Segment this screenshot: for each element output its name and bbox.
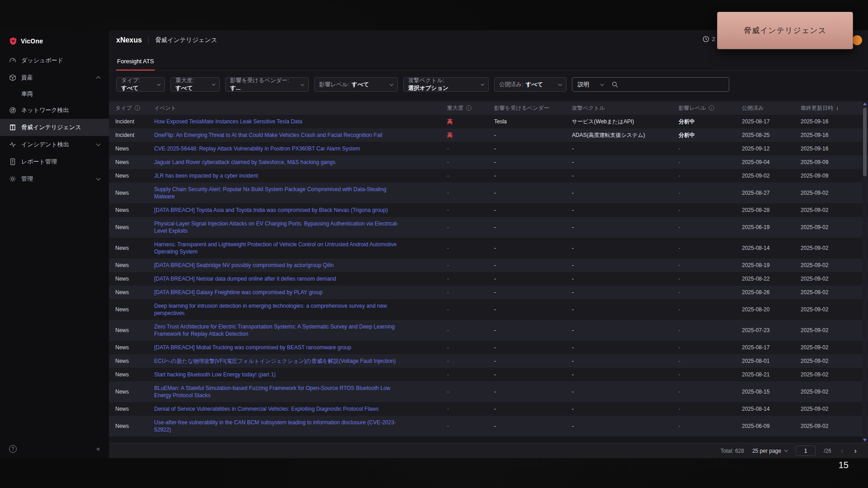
- table-header: タイプi イベント 重大度i 影響を受けるベンダー 攻撃ベクトル 影響レベルi …: [109, 101, 868, 115]
- row-type: News: [115, 327, 154, 333]
- row-severity: -: [447, 190, 494, 196]
- row-type: News: [115, 389, 154, 395]
- sidebar-item-assets[interactable]: 資産: [0, 69, 109, 86]
- sidebar-footer: ? «: [0, 439, 109, 458]
- row-event: ECUへの新たな物理攻撃|VFI(電圧フォルトインジェクション)の脅威を解説(V…: [154, 354, 447, 368]
- event-link[interactable]: [DATA BREACH] Galaxy Freightline was com…: [154, 289, 323, 296]
- info-icon[interactable]: i: [709, 105, 714, 111]
- row-type: News: [115, 224, 154, 230]
- filter-attack-vector[interactable]: 攻撃ベクトル:選択オプション: [403, 77, 489, 92]
- collapse-sidebar-button[interactable]: «: [96, 445, 100, 452]
- row-vendor: -: [494, 327, 572, 333]
- row-updated: 2025-09-02: [801, 406, 868, 412]
- event-link[interactable]: JLR has been impacted by a cyber inciden…: [154, 172, 258, 179]
- event-link[interactable]: [DATA BREACH] Seabridge NV possibly comp…: [154, 262, 334, 269]
- row-updated: 2025-09-02: [801, 224, 868, 230]
- row-vendor: -: [494, 371, 572, 378]
- info-icon[interactable]: i: [135, 105, 140, 111]
- event-link[interactable]: [DATA BREACH] Netstar data dumped online…: [154, 275, 336, 282]
- row-updated: 2025-09-02: [801, 344, 868, 351]
- event-link[interactable]: CVE-2025-56448: Replay Attack Vulnerabil…: [154, 145, 360, 152]
- col-impact-level: 影響レベルi: [679, 104, 742, 112]
- row-vector: -: [572, 289, 679, 296]
- event-link[interactable]: Jaguar Land Rover cyberattack claimed by…: [154, 159, 335, 166]
- avatar[interactable]: [852, 35, 862, 45]
- filter-type[interactable]: タイプ:すべて: [116, 77, 165, 92]
- row-event: Deep learning for intrusion detection in…: [154, 299, 447, 320]
- info-icon[interactable]: i: [466, 105, 472, 111]
- time-range-control[interactable]: 2: [703, 36, 715, 42]
- sidebar-item-incident-detection[interactable]: インシデント検出: [0, 136, 109, 153]
- next-page-button[interactable]: ›: [853, 447, 858, 455]
- row-impact-level: -: [679, 358, 742, 364]
- event-link[interactable]: Zero Trust Architecture for Electric Tra…: [154, 323, 407, 338]
- row-published: 2025-08-17: [742, 118, 801, 125]
- filter-affected-vendor[interactable]: 影響を受けるベンダー:す...: [225, 77, 309, 92]
- event-link[interactable]: OneFlip: An Emerging Threat to AI that C…: [154, 131, 382, 139]
- row-severity: -: [447, 145, 494, 152]
- event-link[interactable]: Deep learning for intrusion detection in…: [154, 302, 407, 317]
- prev-page-button[interactable]: ‹: [840, 447, 845, 455]
- threat-intelligence-icon: [9, 124, 16, 131]
- table-row: News Use-after-free vulnerability in the…: [109, 416, 868, 436]
- event-link[interactable]: Harness: Transparent and Lightweight Pro…: [154, 241, 407, 255]
- help-button[interactable]: ?: [9, 445, 17, 453]
- row-severity: -: [447, 358, 494, 364]
- row-published: 2025-08-26: [742, 289, 801, 296]
- sidebar-item-threat-intelligence[interactable]: 脅威インテリジェンス: [0, 119, 109, 136]
- row-type: News: [115, 245, 154, 251]
- event-link[interactable]: Start hacking Bluetooth Low Energy today…: [154, 371, 276, 378]
- event-link[interactable]: [DATA BREACH] Toyota Asia and Toyota Ind…: [154, 206, 388, 214]
- table-row: News Harness: Transparent and Lightweigh…: [109, 238, 868, 258]
- scroll-down-icon[interactable]: [863, 439, 867, 441]
- event-link[interactable]: How Exposed TeslaMate Instances Leak Sen…: [154, 118, 302, 125]
- row-vendor: -: [494, 262, 572, 268]
- row-vendor: -: [494, 306, 572, 313]
- event-link[interactable]: Physical-Layer Signal Injection Attacks …: [154, 220, 407, 235]
- row-updated: 2025-09-02: [801, 262, 868, 268]
- row-published: 2025-08-14: [742, 245, 801, 251]
- row-event: CVE-2025-56448: Replay Attack Vulnerabil…: [154, 142, 447, 155]
- search-input[interactable]: [618, 81, 729, 88]
- filter-impact-level[interactable]: 影響レベル:すべて: [314, 77, 398, 92]
- event-link[interactable]: BLuEMan: A Stateful Simulation-based Fuz…: [154, 385, 407, 399]
- row-event: OneFlip: An Emerging Threat to AI that C…: [154, 128, 447, 142]
- event-link[interactable]: Use-after-free vulnerability in the CAN …: [154, 419, 407, 433]
- row-impact-level: -: [679, 245, 742, 251]
- scrollbar-thumb[interactable]: [863, 108, 867, 176]
- event-link[interactable]: Denial of Service Vulnerabilities in Com…: [154, 405, 378, 413]
- sidebar-item-report-management[interactable]: レポート管理: [0, 153, 109, 170]
- tab-foresight-ats[interactable]: Foresight ATS: [116, 53, 155, 70]
- table-row: News [DATA BREACH] Seabridge NV possibly…: [109, 258, 868, 272]
- sidebar-item-network-detection[interactable]: ネットワーク検出: [0, 102, 109, 119]
- report-icon: [9, 158, 16, 165]
- search-field-select[interactable]: 説明: [572, 78, 609, 91]
- event-link[interactable]: Supply Chain Security Alert: Popular Nx …: [154, 186, 407, 200]
- row-impact-level: -: [679, 145, 742, 152]
- event-link[interactable]: ECUへの新たな物理攻撃|VFI(電圧フォルトインジェクション)の脅威を解説(V…: [154, 357, 396, 365]
- table-row: News Physical-Layer Signal Injection Att…: [109, 217, 868, 238]
- row-severity: -: [447, 423, 494, 429]
- sidebar-item-vehicles[interactable]: 車両: [0, 86, 109, 102]
- filter-severity[interactable]: 重大度:すべて: [170, 77, 220, 92]
- sidebar-item-administration[interactable]: 管理: [0, 170, 109, 188]
- row-published: 2025-09-02: [742, 173, 801, 179]
- table-scrollbar[interactable]: [863, 101, 867, 443]
- row-vendor: -: [494, 224, 572, 230]
- per-page-select[interactable]: 25 per page: [752, 448, 788, 454]
- row-type: Incident: [115, 132, 154, 138]
- filter-published[interactable]: 公開済み:すべて: [494, 77, 566, 92]
- scroll-up-icon[interactable]: [863, 103, 867, 105]
- row-vector: -: [572, 262, 679, 268]
- sidebar-item-dashboard[interactable]: ダッシュボード: [0, 52, 109, 69]
- app-title: xNexus: [116, 36, 142, 44]
- page-input[interactable]: 1: [796, 446, 816, 456]
- row-published: 2025-08-19: [742, 262, 801, 268]
- col-last-updated[interactable]: 最終更新日時↓: [801, 104, 868, 112]
- sort-desc-icon: ↓: [836, 105, 839, 111]
- assets-icon: [9, 74, 16, 81]
- event-link[interactable]: [DATA BREACH] Mobal Trucking was comprom…: [154, 344, 351, 351]
- table-row: News Zero Trust Architecture for Electri…: [109, 320, 868, 341]
- row-type: Incident: [115, 118, 154, 125]
- row-updated: 2025-09-02: [801, 327, 868, 333]
